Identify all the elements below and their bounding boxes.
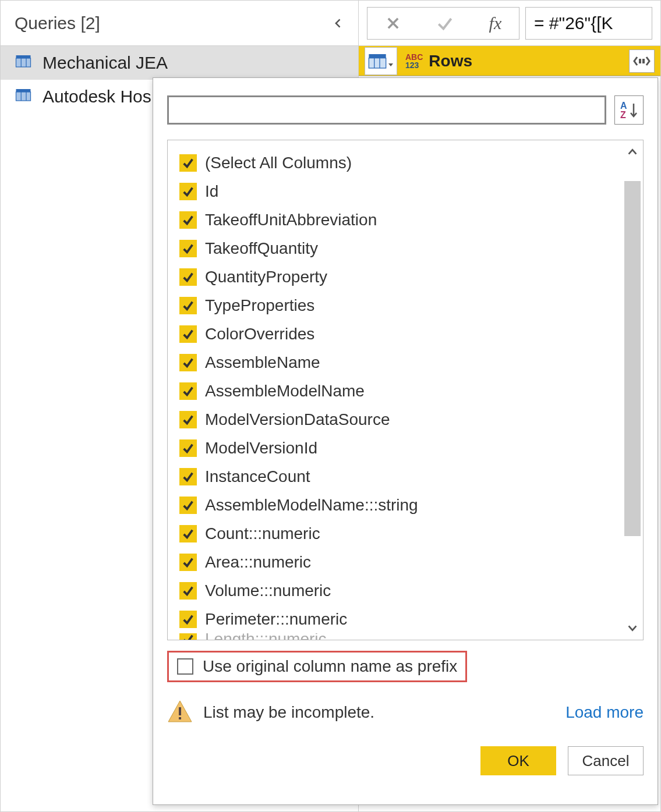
column-option-label: AssembleModelName:::string xyxy=(205,496,418,515)
ok-button[interactable]: OK xyxy=(480,746,556,775)
query-item-label: Autodesk Hos xyxy=(43,87,151,107)
column-option-label: TypeProperties xyxy=(205,296,314,315)
column-option[interactable]: Area:::numeric xyxy=(174,548,637,576)
column-option-label: Perimeter:::numeric xyxy=(205,610,347,629)
column-option-label: (Select All Columns) xyxy=(205,154,352,172)
column-option[interactable]: ModelVersionId xyxy=(174,434,637,462)
column-option[interactable]: ColorOverrides xyxy=(174,320,637,348)
column-option-label: InstanceCount xyxy=(205,467,310,486)
column-option[interactable]: Count:::numeric xyxy=(174,519,637,548)
column-option-label: TakeoffUnitAbbreviation xyxy=(205,211,377,229)
svg-rect-5 xyxy=(16,92,31,101)
column-header-rows: ABC123 Rows xyxy=(359,46,660,76)
checkbox-checked-icon[interactable] xyxy=(179,582,197,600)
svg-rect-16 xyxy=(179,707,181,715)
any-type-icon: ABC123 xyxy=(405,53,423,69)
expand-column-button[interactable] xyxy=(629,49,655,73)
checkbox-checked-icon[interactable] xyxy=(179,183,197,200)
column-option[interactable]: QuantityProperty xyxy=(174,263,637,291)
svg-rect-17 xyxy=(179,717,181,719)
scrollbar[interactable] xyxy=(622,140,643,640)
expand-column-dropdown: AZ (Select All Columns)IdTakeoffUnitAbbr… xyxy=(153,77,658,805)
query-item-label: Mechanical JEA xyxy=(43,53,168,73)
formula-bar-input[interactable]: = #"26"{[K xyxy=(525,7,652,40)
checkbox-checked-icon[interactable] xyxy=(179,468,197,485)
scroll-down-icon[interactable] xyxy=(622,618,643,639)
column-checklist: (Select All Columns)IdTakeoffUnitAbbrevi… xyxy=(167,140,644,640)
checkbox-checked-icon[interactable] xyxy=(179,268,197,286)
column-option-label: ModelVersionId xyxy=(205,439,317,458)
collapse-chevron-icon[interactable] xyxy=(333,13,344,33)
svg-rect-8 xyxy=(369,54,386,58)
svg-rect-1 xyxy=(16,58,31,67)
checkbox-checked-icon[interactable] xyxy=(179,611,197,628)
column-option-label: AssembleName xyxy=(205,353,320,372)
prefix-label: Use original column name as prefix xyxy=(203,657,457,676)
table-options-button[interactable] xyxy=(365,47,397,75)
column-option[interactable]: (Select All Columns) xyxy=(174,148,637,177)
checkbox-checked-icon[interactable] xyxy=(179,554,197,571)
scroll-up-icon[interactable] xyxy=(622,141,643,162)
checkbox-checked-icon[interactable] xyxy=(179,525,197,542)
cancel-button[interactable]: Cancel xyxy=(568,746,644,775)
checkbox-checked-icon[interactable] xyxy=(179,240,197,257)
column-option[interactable]: Id xyxy=(174,177,637,205)
column-option-label: QuantityProperty xyxy=(205,268,327,286)
checkbox-checked-icon[interactable] xyxy=(179,211,197,229)
checkbox-checked-icon[interactable] xyxy=(179,411,197,428)
checkbox-checked-icon[interactable] xyxy=(179,297,197,314)
scroll-thumb[interactable] xyxy=(624,181,641,536)
svg-rect-9 xyxy=(369,58,386,68)
column-option-label: Volume:::numeric xyxy=(205,581,331,600)
checkbox-checked-icon[interactable] xyxy=(179,439,197,457)
column-option-label: ColorOverrides xyxy=(205,325,314,343)
column-option-label: Area:::numeric xyxy=(205,553,311,572)
queries-title: Queries [2] xyxy=(15,13,100,33)
column-option[interactable]: AssembleModelName:::string xyxy=(174,491,637,519)
checkbox-checked-icon[interactable] xyxy=(179,382,197,400)
column-name-label: Rows xyxy=(429,52,623,70)
prefix-option-row[interactable]: Use original column name as prefix xyxy=(167,651,467,682)
column-option-label: TakeoffQuantity xyxy=(205,239,318,258)
column-option-partial[interactable]: Length:::numeric xyxy=(174,633,637,640)
checkbox-checked-icon[interactable] xyxy=(179,325,197,343)
svg-rect-4 xyxy=(16,89,31,92)
accept-formula-icon[interactable] xyxy=(436,14,454,33)
column-option-label: AssembleModelName xyxy=(205,382,365,400)
fx-icon[interactable]: fx xyxy=(489,13,502,33)
column-option[interactable]: AssembleName xyxy=(174,348,637,377)
checkbox-checked-icon[interactable] xyxy=(179,154,197,172)
checkbox-checked-icon[interactable] xyxy=(179,497,197,514)
svg-text:Z: Z xyxy=(620,110,626,120)
table-icon xyxy=(15,52,32,74)
cancel-formula-icon[interactable] xyxy=(385,15,401,31)
warning-icon xyxy=(167,698,193,726)
column-option[interactable]: TypeProperties xyxy=(174,291,637,320)
column-option[interactable]: Volume:::numeric xyxy=(174,576,637,605)
column-option[interactable]: TakeoffQuantity xyxy=(174,234,637,263)
column-option[interactable]: Perimeter:::numeric xyxy=(174,605,637,633)
queries-pane-header: Queries [2] xyxy=(1,1,359,45)
column-option[interactable]: AssembleModelName xyxy=(174,377,637,405)
svg-text:A: A xyxy=(620,101,627,111)
column-option[interactable]: ModelVersionDataSource xyxy=(174,405,637,434)
column-option-label: Count:::numeric xyxy=(205,524,320,543)
checkbox-checked-icon[interactable] xyxy=(179,633,197,640)
table-icon xyxy=(15,86,32,108)
formula-toolbar: fx xyxy=(367,7,519,40)
svg-rect-12 xyxy=(639,59,641,63)
load-more-link[interactable]: Load more xyxy=(565,703,644,722)
warning-text: List may be incomplete. xyxy=(203,703,555,722)
column-search-input[interactable] xyxy=(167,95,606,125)
column-option[interactable]: InstanceCount xyxy=(174,462,637,491)
column-option-label: ModelVersionDataSource xyxy=(205,410,390,429)
checkbox-checked-icon[interactable] xyxy=(179,354,197,371)
column-option-label: Id xyxy=(205,182,218,201)
prefix-checkbox[interactable] xyxy=(177,658,193,675)
svg-rect-13 xyxy=(642,59,645,63)
query-item-mechanical-jea[interactable]: Mechanical JEA xyxy=(1,46,358,80)
svg-rect-0 xyxy=(16,55,31,58)
sort-az-button[interactable]: AZ xyxy=(614,95,644,125)
column-option[interactable]: TakeoffUnitAbbreviation xyxy=(174,205,637,234)
column-option-label: Length:::numeric xyxy=(205,633,327,640)
